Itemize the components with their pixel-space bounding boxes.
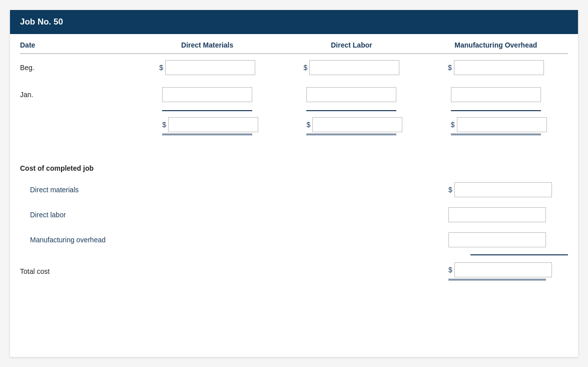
totals-labor-wrapper: $ xyxy=(306,117,396,132)
total-cost-input[interactable] xyxy=(454,262,552,277)
beg-labor-dollar: $ xyxy=(304,64,308,72)
totals-overhead-wrapper: $ xyxy=(451,117,541,132)
jan-label: Jan. xyxy=(20,91,135,99)
cost-mfg-overhead-label: Manufacturing overhead xyxy=(20,236,448,244)
jan-overhead-cell xyxy=(424,87,568,102)
beg-materials-cell: $ xyxy=(135,60,279,75)
col-header-overhead: Manufacturing Overhead xyxy=(424,41,568,49)
beg-label: Beg. xyxy=(20,64,135,72)
totals-materials-input[interactable] xyxy=(168,117,258,132)
double-underline-materials xyxy=(162,134,252,135)
total-double-underline xyxy=(448,279,546,280)
totals-labor-cell: $ xyxy=(279,117,423,135)
table-area: Date Direct Materials Direct Labor Manuf… xyxy=(10,34,578,300)
jan-row: Jan. xyxy=(20,81,568,108)
cost-direct-labor-label: Direct labor xyxy=(20,211,448,219)
cost-mfg-overhead-cell xyxy=(448,232,568,247)
totals-overhead-dollar: $ xyxy=(451,121,455,129)
jan-labor-cell xyxy=(279,87,423,102)
totals-row: $ $ $ xyxy=(20,113,568,139)
column-headers: Date Direct Materials Direct Labor Manuf… xyxy=(20,34,568,54)
divider-line-labor xyxy=(306,110,396,111)
total-cost-dollar: $ xyxy=(448,266,452,274)
divider-materials xyxy=(135,110,279,111)
cost-mfg-overhead-row: Manufacturing overhead xyxy=(20,227,568,252)
beg-overhead-input[interactable] xyxy=(454,60,544,75)
totals-materials-dollar: $ xyxy=(162,121,166,129)
jan-materials-input[interactable] xyxy=(162,87,252,102)
totals-materials-wrapper: $ xyxy=(162,117,252,132)
divider-labor xyxy=(279,110,423,111)
beg-overhead-cell: $ xyxy=(424,60,568,75)
beg-row: Beg. $ $ $ xyxy=(20,54,568,81)
total-cost-input-wrapper: $ xyxy=(448,262,552,277)
spacer xyxy=(20,139,568,154)
col-header-date: Date xyxy=(20,41,135,49)
beg-materials-input[interactable] xyxy=(165,60,255,75)
total-cost-row: Total cost $ xyxy=(20,257,568,285)
totals-labor-dollar: $ xyxy=(306,121,310,129)
divider-overhead xyxy=(424,110,568,111)
total-cost-label: Total cost xyxy=(20,267,448,275)
col-header-labor: Direct Labor xyxy=(279,41,423,49)
cost-direct-labor-input[interactable] xyxy=(448,207,546,222)
cost-divider-line-container xyxy=(20,252,568,257)
cost-direct-materials-cell: $ xyxy=(448,182,568,197)
job-header: Job No. 50 xyxy=(10,10,578,34)
double-underline-labor xyxy=(306,134,396,135)
divider-row xyxy=(20,108,568,113)
beg-labor-cell: $ xyxy=(279,60,423,75)
totals-overhead-cell: $ xyxy=(424,117,568,135)
job-title: Job No. 50 xyxy=(20,17,63,27)
cost-section-title: Cost of completed job xyxy=(20,154,568,177)
totals-labor-input[interactable] xyxy=(312,117,402,132)
cost-direct-labor-cell xyxy=(448,207,568,222)
beg-overhead-dollar: $ xyxy=(448,64,452,72)
job-card: Job No. 50 Date Direct Materials Direct … xyxy=(10,10,578,357)
jan-labor-input[interactable] xyxy=(306,87,396,102)
totals-materials-cell: $ xyxy=(135,117,279,135)
col-header-materials: Direct Materials xyxy=(135,41,279,49)
beg-labor-input[interactable] xyxy=(309,60,399,75)
cost-mfg-overhead-input[interactable] xyxy=(448,232,546,247)
cost-direct-materials-dollar: $ xyxy=(448,186,452,194)
divider-line-overhead xyxy=(451,110,541,111)
jan-materials-cell xyxy=(135,87,279,102)
cost-direct-materials-input[interactable] xyxy=(454,182,552,197)
cost-direct-labor-row: Direct labor xyxy=(20,202,568,227)
jan-overhead-input[interactable] xyxy=(451,87,541,102)
cost-direct-materials-row: Direct materials $ xyxy=(20,177,568,202)
total-cost-cell: $ xyxy=(448,262,568,280)
divider-line-materials xyxy=(162,110,252,111)
cost-direct-materials-label: Direct materials xyxy=(20,186,448,194)
double-underline-overhead xyxy=(451,134,541,135)
beg-materials-dollar: $ xyxy=(159,64,163,72)
cost-divider-line xyxy=(470,254,568,255)
totals-overhead-input[interactable] xyxy=(457,117,547,132)
